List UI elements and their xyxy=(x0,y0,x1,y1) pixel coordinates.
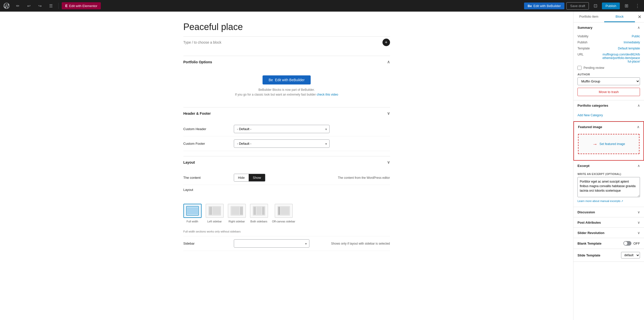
summary-section-header[interactable]: Summary xyxy=(573,22,644,33)
main-area: Type / to choose a block + Portfolio Opt… xyxy=(0,12,644,320)
add-new-category-link[interactable]: Add New Category xyxy=(577,113,603,117)
featured-image-chevron xyxy=(637,125,639,129)
summary-section: Summary Visibility Public Publish Immedi… xyxy=(573,22,644,100)
svg-rect-9 xyxy=(253,207,256,215)
undo-btn[interactable]: ↩ xyxy=(24,1,33,10)
arrow-indicator: → xyxy=(592,141,597,147)
pending-review-checkbox[interactable] xyxy=(577,66,582,70)
set-featured-image-link[interactable]: Set featured image xyxy=(599,142,625,146)
portfolio-options-header[interactable]: Portfolio Options ∧ xyxy=(183,56,390,68)
summary-title: Summary xyxy=(577,26,592,30)
elementor-btn-label: Edit with Elementor xyxy=(69,4,97,8)
url-value[interactable]: muffingroup.com/dev8624/betheme/portfoli… xyxy=(602,53,640,63)
layout-left-sidebar[interactable]: Left sidebar xyxy=(206,204,224,223)
layout-options: Full width Left sidebar xyxy=(183,204,295,223)
show-btn[interactable]: Show xyxy=(249,174,265,181)
post-attributes-chevron xyxy=(637,220,640,224)
custom-header-select[interactable]: - Default - xyxy=(234,125,330,133)
excerpt-textarea[interactable]: Porttitor eget ac amet suscipit aptent f… xyxy=(577,177,640,197)
edit-with-elementor-btn[interactable]: E Edit with Elementor xyxy=(62,2,101,9)
edit-with-bebuilder-btn[interactable]: Be Edit with BeBuilder xyxy=(524,3,564,9)
publish-btn[interactable]: Publish xyxy=(602,3,620,9)
custom-header-label: Custom Header xyxy=(183,127,229,131)
hide-btn[interactable]: Hide xyxy=(234,174,249,181)
header-footer-body: Custom Header - Default - Custom Footer … xyxy=(183,119,390,156)
summary-chevron xyxy=(637,25,640,30)
slider-revolution-header[interactable]: Slider Revolution xyxy=(573,228,644,238)
post-attributes-header[interactable]: Post Attributes xyxy=(573,217,644,227)
learn-more-excerpts-link[interactable]: Learn more about manual excerpts xyxy=(577,199,623,202)
redo-btn[interactable]: ↪ xyxy=(35,1,44,10)
tab-block[interactable]: Block xyxy=(604,12,635,22)
layout-right-sidebar-label: Right sidebar xyxy=(229,220,245,223)
settings-icon[interactable]: ⊞ xyxy=(622,1,631,10)
check-video-link[interactable]: check this video xyxy=(317,93,338,96)
sidebar-label: Sidebar xyxy=(183,242,229,245)
post-attributes-title: Post Attributes xyxy=(577,221,601,224)
blank-template-title: Blank Template xyxy=(577,242,601,245)
featured-image-header[interactable]: Featured image xyxy=(574,122,643,132)
post-title-input[interactable] xyxy=(183,22,390,32)
layout-section-header[interactable]: Layout ∨ xyxy=(183,156,390,168)
layout-full-width-label: Full width xyxy=(186,220,198,223)
author-select[interactable]: Muffin Group xyxy=(577,77,640,85)
featured-image-section: Featured image → Set featured image xyxy=(573,121,644,161)
visibility-value[interactable]: Public xyxy=(632,35,640,38)
blank-template-pill[interactable] xyxy=(623,241,631,246)
portfolio-categories-header[interactable]: Portfolio categories xyxy=(573,100,644,110)
layout-both-sidebars-label: Both sidebars xyxy=(250,220,267,223)
excerpt-header[interactable]: Excerpt xyxy=(573,161,644,171)
bebuilder-btn-top-label: Edit with BeBuilder xyxy=(533,4,561,8)
blank-template-toggle[interactable]: OFF xyxy=(623,241,640,246)
add-block-btn[interactable]: + xyxy=(382,39,390,46)
publish-value[interactable]: Immediately xyxy=(624,41,640,44)
svg-rect-7 xyxy=(240,207,243,215)
template-label: Template xyxy=(577,47,590,50)
the-content-row: The content Hide Show The content from t… xyxy=(183,171,390,185)
layout-right-sidebar[interactable]: Right sidebar xyxy=(228,204,246,223)
bebuilder-note-line2: If you go for a classic look but want an… xyxy=(235,93,316,96)
save-draft-btn[interactable]: Save draft xyxy=(566,2,589,10)
blank-template-value: OFF xyxy=(633,242,640,245)
header-footer-header[interactable]: Header & Footer ∨ xyxy=(183,107,390,119)
publish-label: Publish xyxy=(577,41,587,44)
layout-section-label: Layout xyxy=(183,160,195,164)
tools-icon[interactable]: ✏ xyxy=(13,1,22,10)
layout-section-chevron: ∨ xyxy=(387,160,390,165)
layout-label: Layout xyxy=(183,188,229,192)
preview-icon[interactable]: ⊡ xyxy=(591,1,600,10)
layout-off-canvas[interactable]: Off-canvas sidebar xyxy=(272,204,295,223)
bebuilder-note-line1: BeBuilder Blocks is now part of BeBuilde… xyxy=(259,88,315,92)
portfolio-categories-body: Add New Category xyxy=(573,110,644,121)
list-view-btn[interactable]: ☰ xyxy=(46,1,55,10)
custom-footer-select[interactable]: - Default - xyxy=(234,139,330,148)
featured-image-area[interactable]: → Set featured image xyxy=(578,134,639,154)
options-icon[interactable]: ⋮ xyxy=(633,1,642,10)
visibility-row: Visibility Public xyxy=(577,35,640,38)
template-value[interactable]: Default template xyxy=(618,47,640,50)
layout-left-sidebar-label: Left sidebar xyxy=(207,220,222,223)
layout-full-width[interactable]: Full width xyxy=(183,204,202,223)
svg-rect-10 xyxy=(256,207,262,215)
layout-section-body: The content Hide Show The content from t… xyxy=(183,168,390,256)
post-attributes-section: Post Attributes xyxy=(573,217,644,228)
sidebar-row: Sidebar Shows only if layout with sideba… xyxy=(183,236,390,251)
slide-template-section: Slide Template default xyxy=(573,249,644,262)
bebuilder-main-btn[interactable]: Be Edit with BeBuilder xyxy=(263,75,311,84)
sidebar-select[interactable] xyxy=(234,239,309,248)
discussion-header[interactable]: Discussion xyxy=(573,207,644,217)
layout-both-sidebars[interactable]: Both sidebars xyxy=(250,204,268,223)
tab-portfolio-item[interactable]: Portfolio item xyxy=(573,12,604,22)
content-toggle-group: Hide Show xyxy=(234,174,265,182)
bebuilder-note: BeBuilder Blocks is now part of BeBuilde… xyxy=(183,88,390,97)
separator xyxy=(58,3,59,9)
slide-template-select[interactable]: default xyxy=(621,252,640,258)
portfolio-categories-title: Portfolio categories xyxy=(577,104,608,107)
layout-off-canvas-label: Off-canvas sidebar xyxy=(272,220,295,223)
topbar: ✏ ↩ ↪ ☰ E Edit with Elementor Be Edit wi… xyxy=(0,0,644,12)
excerpt-chevron xyxy=(637,164,640,168)
wordpress-logo[interactable] xyxy=(2,1,11,10)
panel-close-btn[interactable]: ✕ xyxy=(635,12,644,22)
custom-header-select-wrap: - Default - xyxy=(234,125,330,133)
move-to-trash-btn[interactable]: Move to trash xyxy=(577,88,640,96)
